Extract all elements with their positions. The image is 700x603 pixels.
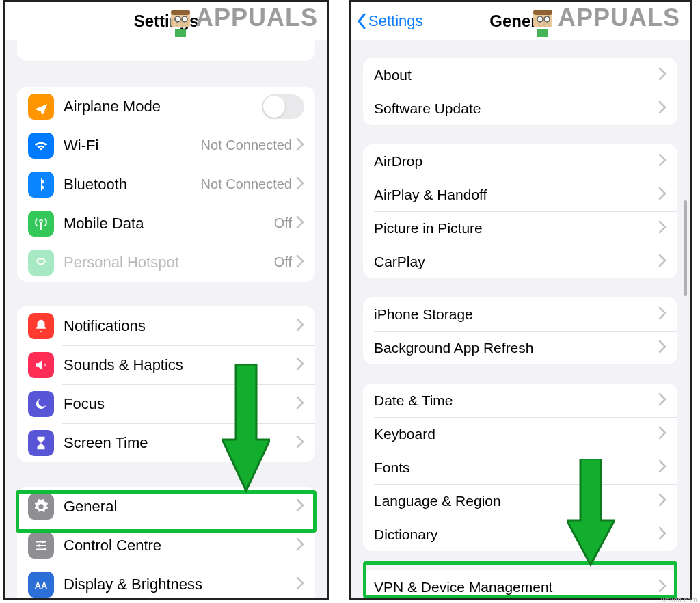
row-label: Airplane Mode	[64, 98, 262, 116]
row-label: Dictionary	[374, 526, 658, 543]
row-label: Software Update	[374, 100, 658, 117]
row-display[interactable]: AADisplay & Brightness	[17, 565, 315, 600]
chevron-right-icon	[296, 176, 304, 193]
row-label: Wi-Fi	[64, 137, 201, 155]
svg-point-12	[544, 16, 550, 22]
speaker-icon	[28, 352, 54, 378]
row-storage[interactable]: iPhone Storage	[363, 297, 677, 331]
watermark-right: APPUALS	[530, 3, 680, 38]
row-fonts[interactable]: Fonts	[363, 451, 677, 484]
antenna-icon	[28, 211, 54, 237]
row-dict[interactable]: Dictionary	[363, 518, 677, 551]
row-bgapp[interactable]: Background App Refresh	[363, 331, 677, 364]
row-value: Off	[274, 215, 292, 231]
chevron-right-icon	[658, 426, 667, 442]
group-datetime: Date & TimeKeyboardFontsLanguage & Regio…	[363, 384, 677, 551]
watermark-left: APPUALS	[168, 3, 318, 38]
row-sounds[interactable]: Sounds & Haptics	[17, 345, 315, 384]
svg-rect-4	[175, 29, 186, 37]
chevron-right-icon	[296, 396, 304, 412]
sliders-icon	[28, 533, 54, 559]
row-wifi[interactable]: Wi-FiNot Connected	[17, 126, 315, 165]
group-storage: iPhone StorageBackground App Refresh	[363, 297, 677, 364]
row-control[interactable]: Control Centre	[17, 526, 315, 565]
svg-text:AA: AA	[35, 580, 48, 590]
chevron-right-icon	[658, 459, 667, 476]
row-swupd[interactable]: Software Update	[363, 92, 677, 125]
row-label: VPN & Device Management	[374, 579, 658, 595]
chevron-right-icon	[658, 254, 667, 270]
bluetooth-icon	[28, 172, 54, 198]
chevron-right-icon	[296, 498, 304, 515]
plane-icon	[28, 94, 54, 120]
toggle-switch[interactable]	[262, 94, 304, 119]
chevron-right-icon	[296, 435, 304, 451]
row-keyboard[interactable]: Keyboard	[363, 417, 677, 451]
arrow-to-vpn	[567, 459, 615, 571]
row-vpn[interactable]: VPN & Device Management	[363, 570, 677, 600]
chevron-right-icon	[658, 153, 667, 170]
row-label: AirDrop	[374, 153, 658, 170]
back-button[interactable]: Settings	[356, 2, 423, 40]
row-label: Mobile Data	[64, 215, 274, 232]
row-label: Fonts	[374, 459, 658, 476]
chevron-right-icon	[296, 576, 304, 593]
row-lang[interactable]: Language & Region	[363, 484, 677, 518]
svg-rect-1	[171, 10, 190, 15]
gear-icon	[28, 494, 54, 520]
svg-point-6	[38, 544, 40, 547]
group-notifications: NotificationsSounds & HapticsFocusScreen…	[17, 306, 315, 462]
svg-point-11	[537, 16, 543, 22]
group-connectivity: Airplane ModeWi-FiNot ConnectedBluetooth…	[17, 87, 315, 282]
row-notifications[interactable]: Notifications	[17, 306, 315, 345]
chevron-right-icon	[296, 215, 304, 232]
row-label: Picture in Picture	[374, 220, 658, 237]
row-label: Personal Hotspot	[64, 254, 274, 271]
row-mobile[interactable]: Mobile DataOff	[17, 204, 315, 243]
hourglass-icon	[28, 430, 54, 456]
row-airplay[interactable]: AirPlay & Handoff	[363, 178, 677, 211]
svg-rect-10	[533, 10, 552, 15]
row-datetime[interactable]: Date & Time	[363, 384, 677, 417]
row-value: Not Connected	[201, 137, 292, 153]
profile-card-stub[interactable]	[17, 40, 315, 61]
chevron-right-icon	[658, 67, 667, 83]
group-vpn: VPN & Device Management	[363, 570, 677, 600]
row-label: Display & Brightness	[64, 576, 296, 593]
row-focus[interactable]: Focus	[17, 384, 315, 423]
back-label: Settings	[368, 12, 423, 30]
svg-point-5	[42, 540, 44, 543]
row-label: Notifications	[64, 317, 296, 335]
chevron-right-icon	[296, 137, 304, 154]
row-label: Keyboard	[374, 426, 658, 442]
row-label: Bluetooth	[64, 176, 201, 193]
chevron-right-icon	[658, 340, 667, 356]
svg-rect-13	[537, 29, 548, 37]
svg-point-3	[182, 16, 187, 22]
row-label: Control Centre	[64, 537, 296, 554]
row-hotspot[interactable]: Personal HotspotOff	[17, 243, 315, 282]
row-about[interactable]: About	[363, 58, 677, 92]
row-value: Not Connected	[201, 176, 292, 192]
row-screentime[interactable]: Screen Time	[17, 423, 315, 462]
chevron-right-icon	[296, 254, 304, 271]
row-pip[interactable]: Picture in Picture	[363, 211, 677, 245]
footer-credit: wsxdn.com	[661, 596, 697, 603]
group-system: GeneralControl CentreAADisplay & Brightn…	[17, 487, 315, 600]
wifi-icon	[28, 133, 54, 159]
chevron-right-icon	[658, 579, 667, 595]
row-airplane[interactable]: Airplane Mode	[17, 87, 315, 126]
group-airdrop: AirDropAirPlay & HandoffPicture in Pictu…	[363, 144, 677, 278]
chevron-right-icon	[296, 318, 304, 334]
row-general[interactable]: General	[17, 487, 315, 526]
row-airdrop[interactable]: AirDrop	[363, 144, 677, 178]
row-label: General	[64, 498, 296, 515]
row-carplay[interactable]: CarPlay	[363, 245, 677, 278]
svg-point-2	[175, 16, 180, 22]
chevron-right-icon	[658, 493, 667, 509]
chevron-right-icon	[658, 526, 667, 543]
row-bluetooth[interactable]: BluetoothNot Connected	[17, 165, 315, 204]
row-label: iPhone Storage	[374, 306, 658, 323]
scrollbar-indicator[interactable]	[684, 200, 687, 296]
row-label: Language & Region	[374, 493, 658, 509]
